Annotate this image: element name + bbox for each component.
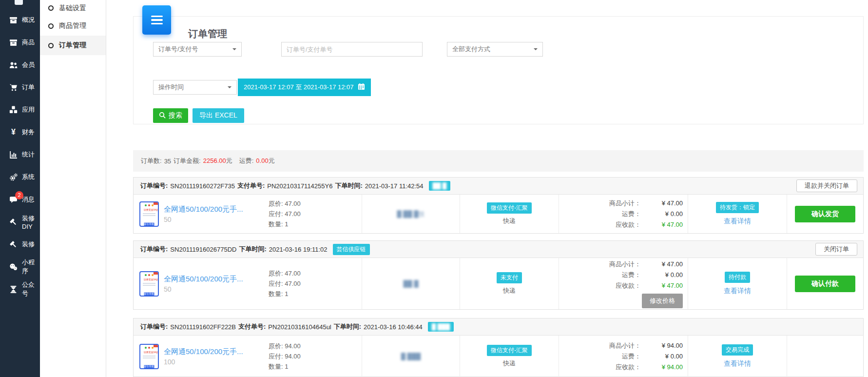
collapse-menu-button[interactable]	[142, 5, 171, 35]
thumb-title: 话费充值94折	[144, 278, 154, 281]
supplier-badge: ██ █	[429, 181, 451, 191]
price-block: 原价: 47.00 应付: 47.00 数量: 1	[269, 198, 301, 229]
sidebar-item-overview[interactable]: 概况	[0, 9, 40, 31]
official-account-icon	[9, 285, 18, 294]
sidebar-item-decorate[interactable]: 装修	[0, 233, 40, 256]
stats-icon	[9, 151, 18, 159]
sidebar-item-cutoff	[0, 0, 40, 9]
order-pn-value: PN20210316104645ul	[268, 323, 331, 331]
sidebar-label: 财务	[22, 128, 35, 137]
hamburger-icon	[151, 19, 163, 21]
shipping-method: 快递	[503, 217, 516, 225]
sidebar-label: 消息	[22, 195, 35, 204]
product-cell: 话费充值94折 移动 联通 电信 全网通50/100/200元手... 50 原…	[134, 258, 362, 309]
sidebar-item-members[interactable]: 会员	[0, 54, 40, 76]
orders-summary-bar: 订单数: 35 订单金额: 2256.00元 运费: 0.00元	[133, 150, 864, 172]
product-name-link[interactable]: 全网通50/100/200元手...	[164, 275, 264, 284]
subtotal-row: 商品小计：¥ 94.00	[564, 341, 683, 351]
pay-method-badge: 微信支付-汇聚	[487, 202, 532, 214]
view-detail-link[interactable]: 查看详情	[724, 217, 751, 226]
order-pn-label: 支付单号:	[237, 181, 265, 190]
sidebar-label: 商品	[22, 38, 35, 47]
sidebar-label: 装修	[22, 240, 35, 249]
product-spec: 50	[164, 216, 264, 223]
keyword-input[interactable]	[281, 42, 423, 57]
sidebar-item-system[interactable]: 系统	[0, 166, 40, 188]
order-row: 话费充值94折 移动 联通 电信 全网通50/100/200元手... 50 原…	[134, 195, 863, 233]
sidebar-label: 应用	[22, 105, 35, 114]
search-icon	[159, 112, 166, 120]
sidebar-item-apps[interactable]: 应用	[0, 99, 40, 121]
order-sn-value: SN20111916026775DD	[170, 246, 236, 253]
decorate-icon	[9, 240, 18, 249]
hamburger-icon	[151, 16, 163, 18]
order-header: 订单编号: SN201119160272F735 支付单号: PN2021031…	[134, 178, 863, 195]
modify-price-button[interactable]: 修改价格	[642, 294, 683, 308]
system-icon	[9, 173, 18, 181]
thumb-title: 话费充值94折	[144, 208, 154, 212]
submenu-item-order-management[interactable]: 订单管理	[40, 36, 106, 55]
sidebar-item-miniprogram[interactable]: 小程序	[0, 256, 40, 278]
submenu-item-basic-settings[interactable]: 基础设置	[40, 0, 106, 16]
finance-icon: ¥	[9, 128, 18, 137]
order-pn-value: PN20210317114255Y6	[267, 182, 332, 190]
view-detail-link[interactable]: 查看详情	[724, 287, 751, 296]
buyer-cell: █ ██ █技	[362, 195, 460, 233]
pay-method-select[interactable]: 全部支付方式	[447, 42, 543, 57]
sidebar-label: 装修DIY	[22, 214, 40, 230]
apps-icon	[9, 106, 18, 114]
supplier-badge-text: █ ███	[432, 323, 450, 330]
buyer-nickname: ██ █	[403, 280, 418, 287]
hamburger-icon	[151, 23, 163, 25]
confirm-ship-button[interactable]: 确认发货	[795, 206, 855, 222]
sidebar-label: 概况	[22, 16, 35, 24]
payment-cell: 微信支付-汇聚 快递	[460, 195, 559, 233]
sidebar-label: 小程序	[22, 258, 40, 276]
sidebar-item-finance[interactable]: ¥ 财务	[0, 121, 40, 143]
pay-method-value: 全部支付方式	[452, 45, 490, 54]
thumb-lines	[140, 283, 158, 286]
submenu-item-goods-management[interactable]: 商品管理	[40, 16, 106, 36]
sidebar-item-diy[interactable]: 装修DIY	[0, 211, 40, 233]
calendar-icon	[358, 83, 365, 92]
submenu-label: 订单管理	[59, 41, 86, 50]
orders-icon	[9, 83, 18, 92]
time-type-select[interactable]: 操作时间	[153, 80, 237, 95]
order-sn-label: 订单编号:	[140, 322, 168, 331]
sidebar-item-messages[interactable]: 2 消息	[0, 188, 40, 211]
sidebar-label: 系统	[22, 173, 35, 181]
order-sn-label: 订单编号:	[140, 245, 168, 254]
qty-line: 数量: 1	[269, 219, 301, 229]
refund-close-order-button[interactable]: 退款并关闭订单	[796, 179, 857, 192]
product-name-link[interactable]: 全网通50/100/200元手...	[164, 347, 264, 357]
order-time-label: 下单时间:	[334, 322, 361, 331]
totals-cell: 商品小计：¥ 94.00 运费：¥ 0.00 应收款：¥ 94.00	[559, 336, 688, 377]
order-card: 订单编号: SN201119160272F735 支付单号: PN2021031…	[133, 177, 864, 234]
view-detail-link[interactable]: 查看详情	[724, 359, 751, 368]
date-range-value: 2021-03-17 12:07 至 2021-03-17 12:07	[244, 83, 354, 92]
radio-circle-icon	[48, 43, 54, 48]
product-name-link[interactable]: 全网通50/100/200元手...	[164, 205, 264, 214]
product-thumbnail: 话费充值94折 移动 联通 电信	[139, 201, 159, 227]
confirm-pay-button[interactable]: 确认付款	[795, 276, 855, 292]
order-time-value: 2021-03-16 10:46:44	[364, 323, 423, 331]
price-block: 原价: 94.00 应付: 94.00 数量: 1	[269, 341, 301, 372]
freight-label: 运费:	[239, 157, 254, 165]
shipping-method: 快递	[503, 286, 516, 295]
order-pn-label: 支付单号:	[238, 322, 266, 331]
order-row: 话费充值94折 移动 联通 电信 全网通50/100/200元手... 50 原…	[134, 258, 863, 309]
thumb-lines	[140, 213, 158, 216]
sidebar-item-goods[interactable]: 商品	[0, 31, 40, 54]
search-button[interactable]: 搜索	[153, 108, 188, 123]
sidebar-item-official-account[interactable]: 公众号	[0, 278, 40, 300]
action-cell: 确认付款	[787, 258, 863, 309]
sidebar-item-orders[interactable]: 订单	[0, 76, 40, 99]
search-type-select[interactable]: 订单号/支付号	[153, 42, 242, 57]
sidebar-item-stats[interactable]: 统计	[0, 143, 40, 166]
order-time-label: 下单时间:	[335, 181, 362, 190]
export-excel-button[interactable]: 导出 EXCEL	[193, 108, 244, 123]
date-range-picker[interactable]: 2021-03-17 12:07 至 2021-03-17 12:07	[238, 79, 371, 96]
close-order-button[interactable]: 关闭订单	[815, 243, 857, 256]
filter-row-2: 操作时间 2021-03-17 12:07 至 2021-03-17 12:07	[153, 79, 371, 96]
order-card: 订单编号: SN2011191602FF222B 支付单号: PN2021031…	[133, 318, 864, 377]
